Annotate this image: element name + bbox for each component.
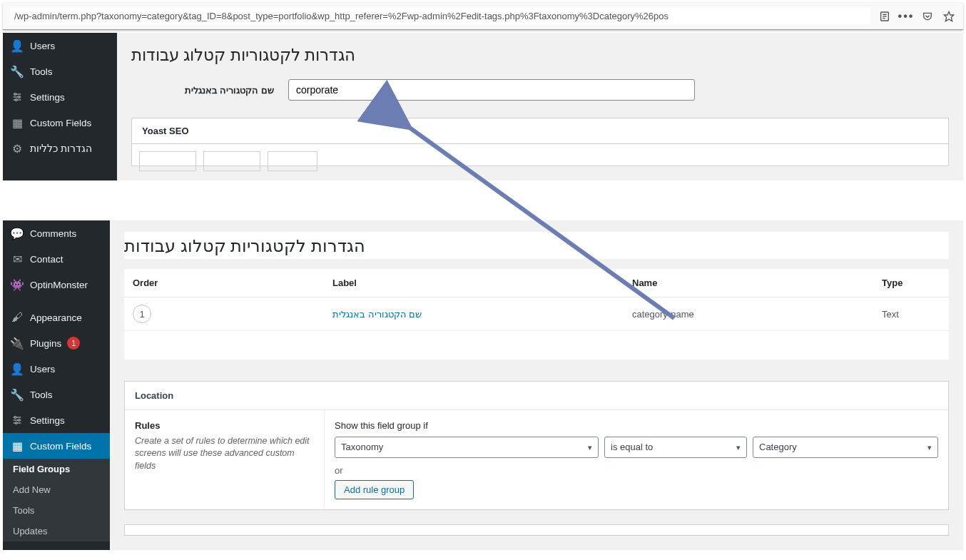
category-name-field-row: שם הקטגוריה באנגלית bbox=[131, 79, 949, 101]
sidebar-item-label: Users bbox=[30, 364, 55, 375]
sidebar-item-label: Contact bbox=[30, 254, 63, 265]
sidebar-item-settings[interactable]: Settings bbox=[3, 84, 117, 110]
browser-address-bar: ••• bbox=[3, 3, 963, 30]
show-if-label: Show this field group if bbox=[335, 420, 938, 431]
grid-icon: ▦ bbox=[10, 116, 24, 130]
or-label: or bbox=[335, 465, 938, 476]
rules-desc: Create a set of rules to determine which… bbox=[135, 435, 314, 473]
yoast-tab[interactable] bbox=[203, 151, 260, 171]
segment-top: 👤Users 🔧Tools Settings ▦Custom Fields ⚙ה… bbox=[3, 33, 963, 180]
field-group-title-input[interactable]: הגדרות לקטגוריות קטלוג עבודות bbox=[124, 232, 949, 259]
wrench-icon: 🔧 bbox=[10, 387, 24, 402]
more-icon[interactable]: ••• bbox=[899, 9, 913, 24]
field-type: Text bbox=[873, 297, 949, 331]
fields-table: Order Label Name Type 1 שם הקטגוריה באנג… bbox=[124, 269, 949, 360]
svg-point-10 bbox=[15, 99, 17, 101]
sidebar-sub-tools[interactable]: Tools bbox=[3, 500, 110, 521]
grid-icon: ▦ bbox=[10, 439, 24, 453]
sidebar-item-label: Settings bbox=[30, 415, 65, 426]
segment-bottom: 💬Comments ✉Contact 👾OptinMonster 🖌Appear… bbox=[3, 220, 963, 550]
chevron-down-icon bbox=[588, 442, 592, 452]
sidebar-item-settings[interactable]: Settings bbox=[3, 407, 110, 433]
sidebar-item-comments[interactable]: 💬Comments bbox=[3, 220, 110, 246]
col-label: Label bbox=[324, 269, 624, 297]
admin-sidebar-top: 👤Users 🔧Tools Settings ▦Custom Fields ⚙ה… bbox=[3, 33, 117, 180]
sidebar-item-tools[interactable]: 🔧Tools bbox=[3, 382, 110, 407]
sidebar-item-users[interactable]: 👤Users bbox=[3, 33, 117, 58]
table-row[interactable]: 1 שם הקטגוריה באנגלית category-name Text bbox=[124, 297, 949, 331]
category-name-input[interactable] bbox=[288, 79, 695, 101]
content-top: הגדרות לקטגוריות קטלוג עבודות שם הקטגורי… bbox=[117, 33, 963, 180]
svg-point-9 bbox=[18, 96, 20, 98]
sidebar-item-tools[interactable]: 🔧Tools bbox=[3, 58, 117, 84]
sidebar-item-label: Tools bbox=[30, 66, 53, 77]
field-name: category-name bbox=[624, 297, 873, 331]
pocket-icon[interactable] bbox=[920, 9, 935, 24]
sidebar-item-label: Plugins bbox=[30, 338, 61, 349]
wrench-icon: 🔧 bbox=[10, 64, 24, 78]
sidebar-item-label: Settings bbox=[30, 92, 65, 103]
sidebar-item-label: Custom Fields bbox=[30, 441, 91, 452]
sidebar-sub-updates[interactable]: Updates bbox=[3, 521, 110, 541]
monster-icon: 👾 bbox=[10, 278, 24, 292]
rule-param-select[interactable]: Taxonomy bbox=[335, 437, 599, 458]
sidebar-sub-add-new[interactable]: Add New bbox=[3, 479, 110, 500]
rules-title: Rules bbox=[135, 420, 314, 431]
plug-icon: 🔌 bbox=[10, 336, 24, 350]
sidebar-item-plugins[interactable]: 🔌Plugins1 bbox=[3, 330, 110, 356]
order-handle[interactable]: 1 bbox=[133, 305, 151, 323]
rule-value-select[interactable]: Category bbox=[753, 437, 938, 458]
yoast-tab[interactable] bbox=[268, 151, 317, 171]
sidebar-item-optinmonster[interactable]: 👾OptinMonster bbox=[3, 272, 110, 297]
next-metabox-stub bbox=[124, 524, 949, 536]
sidebar-item-users[interactable]: 👤Users bbox=[3, 356, 110, 382]
rule-row: Taxonomy is equal to Category bbox=[335, 437, 938, 458]
chevron-down-icon bbox=[927, 442, 932, 452]
admin-sidebar-bottom: 💬Comments ✉Contact 👾OptinMonster 🖌Appear… bbox=[3, 220, 110, 550]
update-badge: 1 bbox=[67, 337, 80, 350]
yoast-tab[interactable] bbox=[139, 151, 196, 171]
comment-icon: 💬 bbox=[10, 226, 24, 240]
field-label: שם הקטגוריה באנגלית bbox=[131, 85, 274, 96]
yoast-seo-title: Yoast SEO bbox=[132, 118, 948, 144]
brush-icon: 🖌 bbox=[10, 310, 24, 325]
sidebar-item-label: Tools bbox=[30, 390, 53, 400]
content-bottom: הגדרות לקטגוריות קטלוג עבודות Order Labe… bbox=[110, 220, 963, 550]
svg-point-14 bbox=[14, 417, 16, 419]
field-label-link[interactable]: שם הקטגוריה באנגלית bbox=[332, 309, 422, 320]
url-input[interactable] bbox=[10, 8, 870, 24]
col-name: Name bbox=[624, 269, 873, 297]
yoast-seo-body bbox=[132, 144, 948, 166]
col-order: Order bbox=[124, 269, 324, 297]
page-title-top: הגדרות לקטגוריות קטלוג עבודות bbox=[131, 46, 949, 65]
sidebar-item-general-settings-he[interactable]: ⚙הגדרות כלליות bbox=[3, 136, 117, 161]
reader-mode-icon[interactable] bbox=[878, 9, 892, 24]
yoast-seo-metabox: Yoast SEO bbox=[131, 118, 949, 166]
location-rules-desc: Rules Create a set of rules to determine… bbox=[125, 410, 325, 509]
sidebar-sub-field-groups[interactable]: Field Groups bbox=[3, 459, 110, 479]
chevron-down-icon bbox=[736, 442, 741, 452]
sidebar-item-custom-fields[interactable]: ▦Custom Fields bbox=[3, 110, 117, 136]
sidebar-item-label: Custom Fields bbox=[30, 118, 91, 128]
svg-point-8 bbox=[14, 93, 16, 96]
location-title: Location bbox=[125, 382, 948, 410]
mail-icon: ✉ bbox=[10, 252, 24, 266]
person-icon: 👤 bbox=[10, 362, 24, 376]
segment-gap bbox=[0, 183, 966, 218]
location-box: Location Rules Create a set of rules to … bbox=[124, 381, 949, 510]
svg-point-15 bbox=[18, 419, 20, 422]
gear-icon: ⚙ bbox=[10, 141, 24, 156]
sidebar-item-label: Comments bbox=[30, 228, 76, 239]
add-rule-group-button[interactable]: Add rule group bbox=[335, 480, 414, 499]
rule-operator-select[interactable]: is equal to bbox=[604, 437, 747, 458]
sidebar-item-appearance[interactable]: 🖌Appearance bbox=[3, 305, 110, 330]
bookmark-star-icon[interactable] bbox=[942, 9, 956, 24]
col-type: Type bbox=[873, 269, 949, 297]
sidebar-item-label: OptinMonster bbox=[30, 280, 88, 290]
svg-point-16 bbox=[15, 422, 17, 424]
sidebar-item-custom-fields[interactable]: ▦Custom Fields bbox=[3, 433, 110, 459]
sidebar-item-label: Appearance bbox=[30, 312, 82, 323]
sidebar-item-label: Users bbox=[30, 41, 55, 51]
sidebar-item-contact[interactable]: ✉Contact bbox=[3, 246, 110, 272]
sliders-icon bbox=[10, 90, 24, 104]
